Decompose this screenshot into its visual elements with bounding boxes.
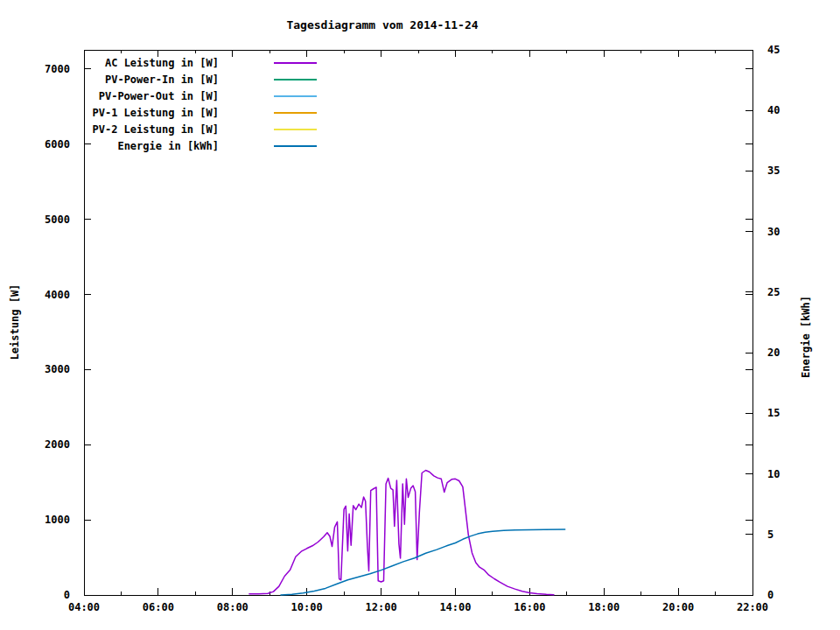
legend-row: PV-Power-Out in [W] <box>31 88 317 104</box>
legend-row: PV-1 Leistung in [W] <box>31 104 317 121</box>
series-line <box>249 471 554 595</box>
x-tick-label: 06:00 <box>143 602 174 612</box>
legend-row: Energie in [kWh] <box>31 137 317 154</box>
daily-pv-chart: Tagesdiagramm vom 2014-11-24 Leistung [W… <box>0 0 840 630</box>
y-right-tick-label: 30 <box>767 227 780 237</box>
y-left-tick-label: 0 <box>64 590 70 600</box>
series-line <box>281 529 565 595</box>
y-left-tick-label: 2000 <box>45 439 70 450</box>
x-tick-label: 20:00 <box>662 602 694 612</box>
legend-label: PV-2 Leistung in [W] <box>31 123 219 136</box>
legend-line-sample <box>274 79 317 80</box>
legend-line-sample <box>274 112 317 114</box>
y-right-tick-label: 45 <box>767 45 780 55</box>
x-tick-label: 10:00 <box>291 602 323 612</box>
y-right-tick-label: 25 <box>767 287 780 298</box>
legend: AC Leistung in [W]PV-Power-In in [W]PV-P… <box>31 54 317 154</box>
legend-line-sample <box>274 62 317 64</box>
y-right-tick-label: 15 <box>767 408 780 418</box>
legend-row: PV-2 Leistung in [W] <box>31 121 317 137</box>
legend-line-sample <box>274 129 317 130</box>
legend-label: PV-Power-Out in [W] <box>31 90 219 102</box>
y-right-tick-label: 40 <box>767 105 780 116</box>
legend-line-sample <box>274 95 317 97</box>
y-left-tick-label: 7000 <box>45 64 70 74</box>
y-right-tick-label: 10 <box>767 469 780 480</box>
y-right-tick-label: 35 <box>767 165 780 176</box>
y-left-tick-label: 4000 <box>45 290 70 300</box>
legend-row: AC Leistung in [W] <box>31 54 317 71</box>
x-tick-label: 22:00 <box>737 602 768 612</box>
y-left-tick-label: 5000 <box>45 214 70 225</box>
legend-line-sample <box>274 145 317 147</box>
x-tick-label: 16:00 <box>514 602 545 612</box>
legend-row: PV-Power-In in [W] <box>31 71 317 88</box>
y-right-tick-label: 0 <box>767 590 774 600</box>
x-tick-label: 12:00 <box>365 602 396 612</box>
y-right-tick-label: 20 <box>767 347 780 358</box>
x-tick-label: 04:00 <box>68 602 100 612</box>
x-tick-label: 14:00 <box>439 602 471 612</box>
y-left-tick-label: 6000 <box>45 139 70 150</box>
y-left-tick-label: 1000 <box>45 514 70 525</box>
x-tick-label: 08:00 <box>217 602 248 612</box>
y-right-tick-label: 5 <box>767 529 774 540</box>
y-left-tick-label: 3000 <box>45 364 70 374</box>
legend-label: PV-1 Leistung in [W] <box>31 107 219 119</box>
x-tick-label: 18:00 <box>588 602 620 612</box>
